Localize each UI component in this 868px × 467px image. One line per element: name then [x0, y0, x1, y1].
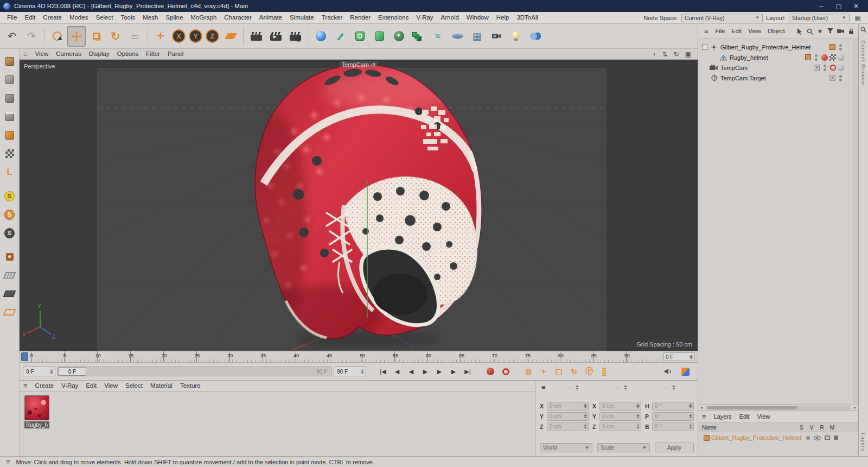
layer-color-chip[interactable]: [704, 435, 710, 441]
rotation-group-select[interactable]: --: [646, 383, 694, 392]
undo-icon[interactable]: ↶: [3, 26, 21, 47]
layer-name[interactable]: Gilbert_Rugby_Protective_Helmet: [711, 434, 801, 441]
object-tree-scrollbar[interactable]: [853, 39, 858, 404]
timeline-marker[interactable]: [21, 352, 28, 361]
coordinate-system-icon[interactable]: +: [151, 26, 170, 47]
record-button[interactable]: [483, 365, 497, 378]
scroll-left-icon[interactable]: ◂: [698, 405, 705, 410]
layer-color-chip[interactable]: [805, 54, 811, 60]
materials-menu-item[interactable]: View: [100, 380, 122, 392]
point-mode-icon[interactable]: [2, 91, 17, 106]
reset-workplane-icon[interactable]: [2, 305, 17, 320]
layers-menu-item[interactable]: View: [754, 411, 774, 422]
viewport-menu-item[interactable]: Panel: [164, 48, 187, 60]
layer-color-chip[interactable]: [829, 44, 835, 50]
visibility-dots[interactable]: [839, 75, 842, 81]
layout-select[interactable]: Startup (User)▼: [789, 14, 850, 22]
keyframe-selection-button[interactable]: ◎: [521, 365, 535, 378]
lock-x-button[interactable]: X: [172, 29, 186, 43]
menu-item[interactable]: Window: [463, 12, 493, 23]
snap-settings-icon[interactable]: S: [2, 225, 17, 241]
menu-item[interactable]: Edit: [21, 12, 40, 23]
visibility-dots[interactable]: [815, 54, 818, 61]
object-row-rugby-helmet[interactable]: Rugby_helmet: [698, 52, 858, 62]
menu-item[interactable]: 3DToAll: [513, 12, 542, 23]
rotation-p-field[interactable]: 0 °: [652, 412, 694, 421]
timeline-ruler[interactable]: 051015202530354045505560657075808590 0 F: [20, 351, 698, 363]
material-item[interactable]: Rugby_h: [24, 395, 52, 428]
workplane-mode-icon[interactable]: [2, 268, 17, 283]
object-name[interactable]: TempCam: [720, 65, 748, 71]
interface-palette-icon[interactable]: ▦: [853, 14, 863, 22]
tab-layers[interactable]: Layers: [860, 433, 866, 452]
uvw-tag-icon[interactable]: [829, 54, 836, 61]
viewport-3d[interactable]: Y X Z Perspective TempCam↺ Grid Spacing …: [20, 60, 698, 351]
apply-button[interactable]: Apply: [655, 443, 694, 452]
add-primitive-icon[interactable]: [311, 26, 330, 47]
materials-menu-item[interactable]: Create: [31, 380, 58, 392]
render-settings-icon[interactable]: ⚙: [286, 26, 304, 47]
coordinates-menu-icon[interactable]: ≡: [538, 383, 550, 392]
sound-toggle[interactable]: [661, 365, 675, 378]
render-toggle-icon[interactable]: [825, 436, 830, 440]
start-frame-field[interactable]: 0 F: [23, 367, 55, 376]
camera-swap-icon[interactable]: ↺: [371, 62, 375, 68]
menu-item[interactable]: Tracker: [318, 12, 347, 23]
target-tag-icon[interactable]: [830, 65, 836, 71]
render-view-icon[interactable]: [247, 26, 265, 47]
render-picture-viewer-icon[interactable]: [266, 26, 285, 47]
spinner-icon[interactable]: [361, 368, 364, 376]
enabled-checkbox[interactable]: ✕: [814, 65, 820, 71]
hscroll-thumb[interactable]: [707, 406, 797, 409]
object-name[interactable]: Gilbert_Rugby_Protective_Helmet: [720, 44, 810, 51]
vray-material-tag-icon[interactable]: [821, 54, 828, 61]
materials-menu-item[interactable]: Edit: [82, 380, 100, 392]
viewport-menu-icon[interactable]: ≡: [20, 50, 31, 58]
play-forwards-button[interactable]: ▶: [418, 365, 432, 378]
materials-menu-item[interactable]: V-Ray: [58, 380, 82, 392]
workplane-icon[interactable]: [221, 26, 240, 47]
lock-icon[interactable]: [847, 27, 855, 35]
menu-item[interactable]: Create: [39, 12, 66, 23]
camera-filter-icon[interactable]: [837, 27, 845, 35]
tab-content-browser[interactable]: Content Browser: [860, 40, 866, 87]
object-tree[interactable]: − Gilbert_Rugby_Protective_Helmet Rugby_…: [698, 39, 858, 404]
camera-label[interactable]: TempCam↺: [340, 61, 378, 68]
menu-item[interactable]: Tools: [117, 12, 139, 23]
materials-menu-icon[interactable]: ≡: [20, 382, 31, 390]
object-manager-menu-item[interactable]: View: [745, 26, 764, 37]
sky-icon[interactable]: [526, 26, 545, 47]
record-scale-toggle[interactable]: ▢: [552, 365, 566, 378]
layer-row[interactable]: Gilbert_Rugby_Protective_Helmet: [698, 432, 858, 443]
scroll-right-icon[interactable]: ▸: [852, 405, 858, 410]
menu-item[interactable]: File: [3, 12, 21, 23]
spline-pen-icon[interactable]: [331, 26, 349, 47]
snap-modes-icon[interactable]: S: [2, 207, 17, 222]
visibility-dots[interactable]: [824, 65, 826, 71]
snap-enable-icon[interactable]: S: [2, 188, 17, 204]
next-frame-button[interactable]: ▶: [432, 365, 446, 378]
solo-toggle-icon[interactable]: [806, 436, 810, 440]
locked-workplane-icon[interactable]: [2, 286, 17, 301]
size-y-field[interactable]: 0 cm: [599, 412, 641, 421]
manager-toggle-icon[interactable]: [834, 436, 838, 440]
position-z-field[interactable]: 0 cm: [547, 422, 589, 431]
object-manager-menu-item[interactable]: Object: [764, 26, 788, 37]
menu-item[interactable]: Extensions: [374, 12, 412, 23]
model-mode-icon[interactable]: [2, 72, 17, 87]
node-space-select[interactable]: Current (V-Ray)▼: [681, 14, 763, 22]
live-selection-icon[interactable]: [48, 26, 66, 47]
search-icon[interactable]: [860, 27, 866, 34]
size-group-select[interactable]: --: [597, 383, 646, 392]
coordinate-system-select[interactable]: World▼: [540, 443, 592, 452]
menu-item[interactable]: Render: [346, 12, 374, 23]
menu-item[interactable]: Help: [493, 12, 513, 23]
record-rotation-toggle[interactable]: ↻: [567, 365, 581, 378]
expander-icon[interactable]: −: [702, 45, 707, 50]
search-icon[interactable]: [806, 27, 814, 35]
rotate-tool-icon[interactable]: ↻: [106, 26, 125, 47]
materials-menu-item[interactable]: Select: [122, 380, 146, 392]
size-x-field[interactable]: 0 cm: [599, 402, 641, 411]
phong-tag-icon[interactable]: [838, 54, 844, 61]
viewport-menu-item[interactable]: Filter: [142, 48, 164, 60]
